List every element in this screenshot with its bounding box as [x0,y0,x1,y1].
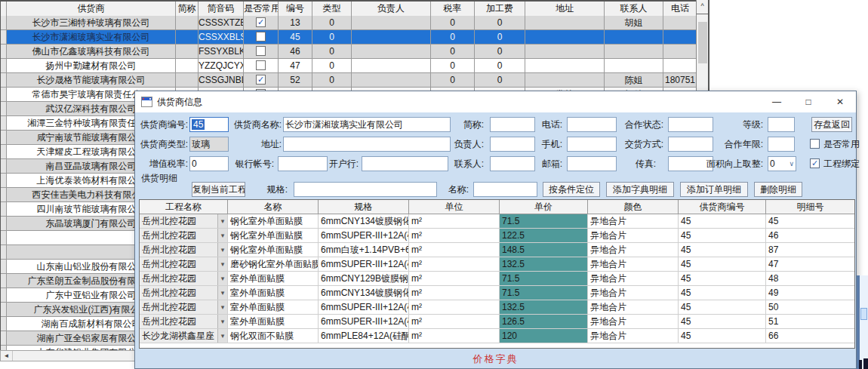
combo-arrow-icon[interactable]: ▾ [217,257,227,271]
combo-arrow-icon[interactable]: ▾ [217,329,227,343]
is-common-checkbox[interactable] [810,139,820,149]
detail-row[interactable]: 岳州北控花园▾室外单面贴膜6mmCNY134镀膜钢化m²71.5异地合片4549 [140,286,854,300]
dialog-titlebar[interactable]: 供货商信息 — □ ✕ [135,91,856,112]
scroll-left-icon[interactable]: ◄ [1,351,13,361]
combo-arrow-icon[interactable]: ▾ [217,272,227,285]
combo-arrow-icon[interactable]: ▾ [217,286,227,300]
checkbox-unchecked[interactable] [256,60,266,70]
detail-column-header[interactable]: 规格 [319,200,409,214]
supplier-type-input[interactable]: 玻璃 [189,137,229,152]
detail-column-header[interactable]: 名称 [228,200,319,214]
minimize-button[interactable]: — [761,91,793,112]
detail-row[interactable]: 岳州北控花园▾钢化室外单面贴膜6mmCNY134镀膜钢化m²71.5异地合片45… [140,214,854,229]
save-return-button[interactable]: 存盘返回 [811,117,852,132]
address-input[interactable] [283,137,451,152]
column-header[interactable]: 联系人 [605,2,663,16]
project-name-combo[interactable]: 岳州北控花园▾ [140,229,228,242]
column-header[interactable]: 加工费 [475,2,525,16]
column-header[interactable]: 简音码 [199,2,244,16]
coop-status-input[interactable] [668,117,713,132]
coop-years-input[interactable] [768,137,795,152]
project-name-combo[interactable]: 岳州北控花园▾ [140,214,228,228]
bank-name-input[interactable] [362,156,448,171]
checkbox-checked[interactable]: ✓ [256,75,266,85]
area-round-up-select[interactable]: 0∨ [768,156,796,171]
detail-row[interactable]: 岳州北控花园▾磨砂钢化室外单面贴膜6mmSUPER-III+12A(硅...m²… [140,257,854,272]
combo-arrow-icon[interactable]: ▾ [217,315,227,328]
detail-column-header[interactable]: 工程名称 [140,200,228,214]
detail-column-header[interactable]: 供货商编号 [679,200,766,214]
project-name-combo[interactable]: 长沙龙湖祺鑫星座▾ [140,329,228,343]
abbr-label: 简称: [460,117,484,132]
delete-detail-button[interactable]: 删除明细 [754,182,802,197]
column-header[interactable]: 地址 [525,2,605,16]
bank-account-input[interactable] [278,156,328,171]
grade-input[interactable] [768,117,795,132]
project-name: 岳州北控花园 [142,315,196,328]
detail-row[interactable]: 岳州北控花园▾室外单面贴膜6mmSUPER-III+12A(硅...m²132.… [140,300,854,315]
column-header[interactable]: 负责人 [352,2,431,16]
column-header[interactable]: 是否常用 [244,2,279,16]
column-header[interactable]: 税率 [431,2,475,16]
supplier-row[interactable]: 佛山市亿鑫玻璃科技有限公司FSSYXBLKJ...46000 [1,45,708,59]
detail-row[interactable]: 岳州北控花园▾钢化室外单面贴膜6mmSUPER-III+12A(硅...m²12… [140,229,854,243]
add-dictionary-detail-button[interactable]: 添加字典明细 [606,182,674,197]
supplier-no-input[interactable]: 45 [189,117,229,132]
project-name-combo[interactable]: 岳州北控花园▾ [140,300,228,314]
column-header[interactable]: 类型 [312,2,352,16]
project-bind-checkbox[interactable]: ✓ [810,158,820,168]
detail-column-header[interactable]: 明细号 [766,200,854,214]
email-input[interactable] [567,156,617,171]
supplier-name-input[interactable]: 长沙市潇湘玻璃实业有限公司 [283,117,451,132]
vat-rate-input[interactable]: 0 [189,156,229,171]
supplier-no-cell: 45 [679,272,766,285]
supplier-row[interactable]: 长沙晟格节能玻璃有限公司CSSGJNBLYXGS✓52000陈姐180751 [1,73,708,88]
column-header[interactable]: 简称 [176,2,199,16]
close-button[interactable]: ✕ [824,91,856,112]
color-cell: 异地合片 [588,286,679,300]
combo-arrow-icon[interactable]: ▾ [217,300,227,314]
combo-arrow-icon[interactable]: ▾ [217,214,227,228]
add-order-detail-button[interactable]: 添加订单明细 [680,182,748,197]
checkbox-unchecked[interactable] [256,46,266,56]
detail-row[interactable]: 岳州北控花园▾钢化室外单面贴膜6mm白玻+1.14PVB+6mm...m²148… [140,243,854,257]
combo-arrow-icon[interactable]: ▾ [217,243,227,257]
combo-arrow-icon[interactable]: ▾ [217,229,227,242]
abbr-input[interactable] [490,117,535,132]
delivery-method-input[interactable] [668,137,713,152]
contact-input[interactable] [490,156,535,171]
name-filter-input[interactable] [473,182,537,197]
supplier-row[interactable]: 长沙市三湘特种玻璃有限公司CSSSXTZBL...✓13000胡姐 [1,16,708,30]
detail-row[interactable]: 岳州北控花园▾室外单面贴膜6mmCNY129B镀膜钢化m²71.5异地合片454… [140,272,854,286]
supplier-table-header: 供货商简称简音码是否常用编号类型负责人税率加工费地址联系人电话 [1,2,708,16]
phone-input[interactable] [567,117,617,132]
vertical-scrollbar-thumb[interactable] [698,22,707,63]
supplier-name-cell: 长沙市三湘特种玻璃有限公司 [7,16,176,30]
copy-current-project-button[interactable]: 复制当前工程 [192,182,245,197]
project-name-combo[interactable]: 岳州北控花园▾ [140,315,228,328]
project-name-combo[interactable]: 岳州北控花园▾ [140,272,228,285]
detail-column-header[interactable]: 颜色 [588,200,679,214]
checkbox-checked[interactable]: ✓ [256,17,266,27]
common-cell [244,59,279,73]
locate-by-condition-button[interactable]: 按条件定位 [543,182,600,197]
detail-row[interactable]: 长沙龙湖祺鑫星座▾钢化双面不贴膜6mmPLE84+12A(硅酮胶...m²120… [140,329,854,343]
column-header[interactable]: 供货商 [7,2,176,16]
supplier-row-selected[interactable]: 长沙市潇湘玻璃实业有限公司CSSXXBLSY...45000 [1,30,708,45]
detail-row[interactable]: 岳州北控花园▾室外单面贴膜6mmSUPER-III+12A(硅...m²126.… [140,315,854,329]
scroll-up-icon[interactable]: ^ [696,0,708,14]
unit-cell: m² [409,257,500,271]
project-name-combo[interactable]: 岳州北控花园▾ [140,257,228,271]
project-name-combo[interactable]: 岳州北控花园▾ [140,243,228,257]
manager-input[interactable] [490,137,535,152]
spec-filter-input[interactable] [294,182,437,197]
detail-column-header[interactable]: 单位 [409,200,500,214]
column-header[interactable]: 电话 [663,2,697,16]
mobile-input[interactable] [567,137,617,152]
checkbox-unchecked[interactable] [256,32,266,42]
column-header[interactable]: 编号 [279,2,312,16]
maximize-button[interactable]: □ [793,91,824,112]
supplier-row[interactable]: 扬州中勤建材有限公司YZZQJCYXGS47000 [1,59,708,73]
detail-column-header[interactable]: 单价 [500,200,588,214]
project-name-combo[interactable]: 岳州北控花园▾ [140,286,228,300]
